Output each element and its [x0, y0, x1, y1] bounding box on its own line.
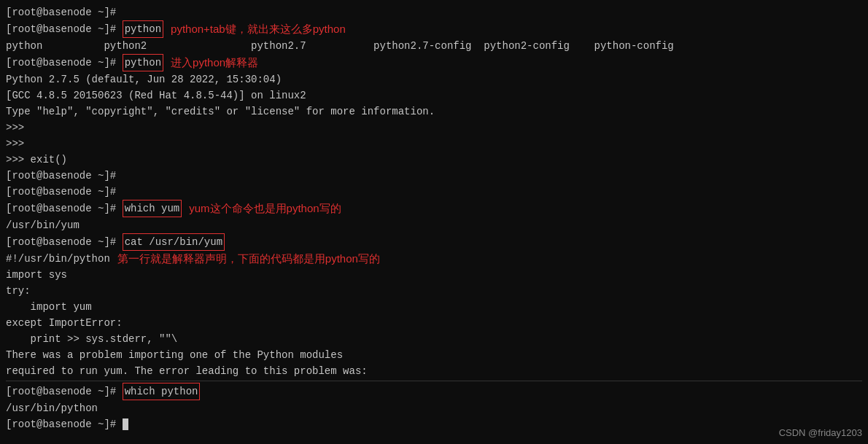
prompt-2: [root@basenode ~]#: [6, 21, 123, 37]
python-path: /usr/bin/python: [6, 400, 862, 416]
annotation-python-tab: python+tab键，就出来这么多python: [171, 21, 346, 37]
try-line: try:: [6, 283, 862, 299]
python-help-line: Type "help", "copyright", "credits" or "…: [6, 104, 862, 120]
line-4: [root@basenode ~]# python 进入python解释器: [6, 54, 862, 71]
line-2: [root@basenode ~]# python python+tab键，就出…: [6, 20, 862, 38]
prompt-which-python: [root@basenode ~]#: [6, 383, 123, 400]
line-which-python: [root@basenode ~]# which python: [6, 383, 862, 400]
shebang-line: #!/usr/bin/python: [6, 251, 110, 267]
python-version: Python 2.7.5 (default, Jun 28 2022, 15:3…: [6, 71, 862, 87]
annotation-python-enter: 进入python解释器: [171, 55, 258, 71]
gcc-info: [GCC 4.8.5 20150623 (Red Hat 4.8.5-44)] …: [6, 87, 862, 104]
cmd-python-enter: python: [123, 54, 163, 71]
python-completions: python python2 python2.7 python2.7-confi…: [6, 38, 674, 54]
line-3: python python2 python2.7 python2.7-confi…: [6, 38, 862, 54]
yum-path: /usr/bin/yum: [6, 217, 862, 233]
line-1: [root@basenode ~]#: [6, 4, 862, 20]
required-line: required to run yum. The error leading t…: [6, 363, 862, 379]
cmd-python-tab: python: [123, 20, 163, 38]
repl-exit: >>> exit(): [6, 152, 862, 168]
separator: [6, 381, 862, 381]
line-final-prompt: [root@basenode ~]#: [6, 416, 862, 432]
prompt-1: [root@basenode ~]#: [6, 4, 116, 20]
prompt-final: [root@basenode ~]#: [6, 416, 123, 432]
line-blank-2: [root@basenode ~]#: [6, 184, 862, 200]
cmd-which-python: which python: [123, 383, 201, 400]
prompt-cat-yum: [root@basenode ~]#: [6, 234, 123, 250]
repl-prompt-2: >>>: [6, 136, 862, 152]
terminal-window: [root@basenode ~]# [root@basenode ~]# py…: [0, 0, 868, 444]
prompt-which-yum: [root@basenode ~]#: [6, 200, 123, 217]
annotation-which-yum: yum这个命令也是用python写的: [189, 200, 341, 217]
line-blank-1: [root@basenode ~]#: [6, 168, 862, 184]
import-yum: import yum: [6, 299, 862, 315]
print-line: print >> sys.stderr, ""\: [6, 331, 862, 347]
annotation-shebang: 第一行就是解释器声明，下面的代码都是用python写的: [117, 251, 380, 267]
line-which-yum: [root@basenode ~]# which yum yum这个命令也是用p…: [6, 200, 862, 217]
problem-line: There was a problem importing one of the…: [6, 347, 862, 363]
prompt-4: [root@basenode ~]#: [6, 55, 123, 71]
line-cat-yum: [root@basenode ~]# cat /usr/bin/yum: [6, 233, 862, 251]
repl-prompt-1: >>>: [6, 120, 862, 136]
import-sys: import sys: [6, 267, 862, 283]
except-line: except ImportError:: [6, 315, 862, 331]
line-shebang: #!/usr/bin/python 第一行就是解释器声明，下面的代码都是用pyt…: [6, 251, 862, 267]
watermark: CSDN @friday1203: [779, 427, 862, 438]
terminal-cursor: [123, 418, 128, 430]
cmd-which-yum: which yum: [123, 200, 182, 217]
cmd-cat-yum: cat /usr/bin/yum: [123, 233, 225, 251]
